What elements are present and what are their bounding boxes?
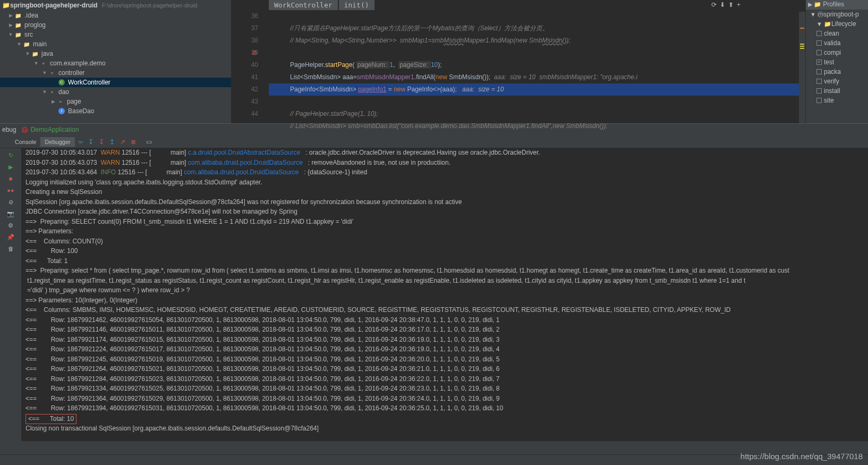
line-num: 44 xyxy=(232,108,258,120)
step-out-icon[interactable]: ↥ xyxy=(107,137,117,147)
folder-icon xyxy=(14,12,22,19)
maven-install[interactable]: install xyxy=(806,86,868,96)
editor-scrollbar[interactable] xyxy=(799,12,805,123)
editor-top-icons: ⟳ ⬇ ⬆ + xyxy=(711,1,741,9)
tree-item-workcontroller[interactable]: CWorkController xyxy=(0,78,231,87)
maven-verify[interactable]: verify xyxy=(806,77,868,86)
checkbox-icon[interactable] xyxy=(816,50,822,55)
log-link[interactable]: c.a.druid.pool.DruidAbstractDataSource xyxy=(188,149,300,156)
tree-label: java xyxy=(41,50,53,57)
log-seg: 12516 --- [ main] xyxy=(120,149,188,156)
tree-item-basedao[interactable]: IBaseDao xyxy=(0,106,231,116)
resume-icon[interactable]: ▶ xyxy=(5,162,16,172)
breadcrumb-class[interactable]: WorkController xyxy=(269,0,338,10)
stop-icon[interactable]: ■ xyxy=(5,173,16,184)
log-row: <== Row: 18679921174, 460019927615015, 8… xyxy=(25,336,499,343)
log-row: <== Row: 18679921284, 460019927615023, 8… xyxy=(25,375,499,383)
tree-item-src[interactable]: ▼src xyxy=(0,30,231,39)
maven-package[interactable]: packa xyxy=(806,67,868,77)
run-to-cursor-icon[interactable]: ↗ xyxy=(117,137,128,147)
log-line: JDBC Connection [oracle.jdbc.driver.T4CC… xyxy=(25,208,297,215)
maven-validate[interactable]: valida xyxy=(806,38,868,48)
force-step-icon[interactable]: ↧ xyxy=(96,137,107,147)
view-breakpoints-icon[interactable]: ●● xyxy=(5,185,16,196)
tree-item-java[interactable]: ▼java xyxy=(0,49,231,58)
evaluate-icon[interactable]: ≣ xyxy=(128,137,139,147)
tree-item-idea[interactable]: ▶.idea xyxy=(0,11,231,20)
debug-label: ebug xyxy=(2,126,16,133)
label: springboot-p xyxy=(823,11,859,18)
pin-icon[interactable]: 📌 xyxy=(5,232,16,242)
tab-console[interactable]: Console xyxy=(11,137,40,147)
upload-icon[interactable]: ⬆ xyxy=(728,1,734,9)
gutter[interactable]: 36 37 38 39⊘ 40 41 42 43 44 xyxy=(232,10,269,132)
camera-icon[interactable]: 📷 xyxy=(5,208,16,219)
trash-icon[interactable]: 🗑 xyxy=(5,243,16,254)
layout-icon[interactable]: ▭ xyxy=(144,137,155,147)
log-seg: 12516 --- [ main] xyxy=(120,159,188,166)
log-level: WARN xyxy=(100,159,120,166)
tree-item-main[interactable]: ▼main xyxy=(0,39,231,49)
checkbox-icon[interactable] xyxy=(816,69,822,74)
label: Profiles xyxy=(823,1,844,8)
package-icon xyxy=(56,98,65,105)
label: packa xyxy=(824,68,841,75)
tree-label: .idea xyxy=(24,12,38,19)
tree-item-page[interactable]: ▶page xyxy=(0,97,231,106)
tab-debugger[interactable]: Debugger xyxy=(40,137,74,147)
console-output[interactable]: 2019-07-30 10:05:43.017 WARN 12516 --- [… xyxy=(21,148,868,441)
log-seg: : {dataSource-1} inited xyxy=(299,168,367,176)
error-icon[interactable]: ⊘ xyxy=(252,47,257,59)
checkbox-icon[interactable] xyxy=(816,98,822,103)
log-link[interactable]: com.alibaba.druid.pool.DruidDataSource xyxy=(184,168,299,176)
code-editor[interactable]: WorkController init() 36 37 38 39⊘ 40 41… xyxy=(232,0,805,123)
folder-icon xyxy=(31,50,39,57)
tree-item-proglog[interactable]: ▶proglog xyxy=(0,20,231,30)
log-row: <== Row: 18679921334, 460019927615025, 8… xyxy=(25,385,499,392)
step-into-icon[interactable]: ↧ xyxy=(86,137,96,147)
settings-icon[interactable]: ⚙ xyxy=(5,220,16,231)
bug-icon: 🐞 xyxy=(21,126,29,133)
log-line: ='didi' ) tmp_page where rownum <= ? ) w… xyxy=(25,286,192,294)
checkbox-icon[interactable] xyxy=(816,88,822,94)
maven-lifecycle[interactable]: ▼ 📁 Lifecycle xyxy=(806,19,868,29)
checkbox-icon[interactable] xyxy=(816,31,822,36)
maven-compile[interactable]: compi xyxy=(806,48,868,57)
checkbox-icon[interactable] xyxy=(816,40,822,46)
tree-label: controller xyxy=(58,69,84,77)
line-num: 40 xyxy=(232,59,258,71)
sync-icon[interactable]: ⟳ xyxy=(711,1,717,9)
maven-test[interactable]: ✓test xyxy=(806,57,868,67)
log-total-highlighted: <== Total: 10 xyxy=(25,414,76,425)
maven-profiles[interactable]: ▶ 📁 Profiles xyxy=(806,0,868,10)
breadcrumb-method[interactable]: init() xyxy=(339,0,375,10)
project-tree[interactable]: 📁 springboot-pagehelper-druid F:\drore\s… xyxy=(0,0,232,123)
tree-item-controller[interactable]: ▼controller xyxy=(0,68,231,78)
code-body[interactable]: //只有紧跟在PageHelper.startPage方法后的第一个Mybati… xyxy=(269,10,805,132)
label: test xyxy=(824,58,834,66)
tree-item-dao[interactable]: ▼dao xyxy=(0,87,231,97)
log-level: INFO xyxy=(100,168,116,176)
mute-breakpoints-icon[interactable]: ⊘ xyxy=(5,197,16,207)
checkbox-icon[interactable]: ✓ xyxy=(816,60,822,65)
maven-site[interactable]: site xyxy=(806,96,868,105)
code-line xyxy=(269,49,270,56)
class-icon: I xyxy=(57,107,66,115)
project-name: springboot-pagehelper-druid xyxy=(10,2,98,9)
tree-label: com.example.demo xyxy=(50,60,106,67)
code-seg: Msisdn xyxy=(444,37,464,44)
tree-item-package[interactable]: ▼com.example.demo xyxy=(0,58,231,68)
rerun-icon[interactable]: ↻ xyxy=(5,150,16,160)
maven-root[interactable]: ▼ ⓜ springboot-p xyxy=(806,10,868,19)
package-icon xyxy=(48,69,56,77)
log-link[interactable]: com.alibaba.druid.pool.DruidDataSource xyxy=(188,159,303,166)
add-icon[interactable]: + xyxy=(737,1,741,9)
checkbox-icon[interactable] xyxy=(816,79,822,84)
maven-panel[interactable]: ▶ 📁 Profiles ▼ ⓜ springboot-p ▼ 📁 Lifecy… xyxy=(805,0,868,123)
step-over-icon[interactable]: ⤼ xyxy=(75,137,86,147)
code-seg: Mapper1.findMap(new Smb xyxy=(464,37,542,44)
package-icon xyxy=(39,60,48,67)
maven-clean[interactable]: clean xyxy=(806,29,868,38)
line-num: 43 xyxy=(232,96,258,108)
download-icon[interactable]: ⬇ xyxy=(720,1,725,9)
